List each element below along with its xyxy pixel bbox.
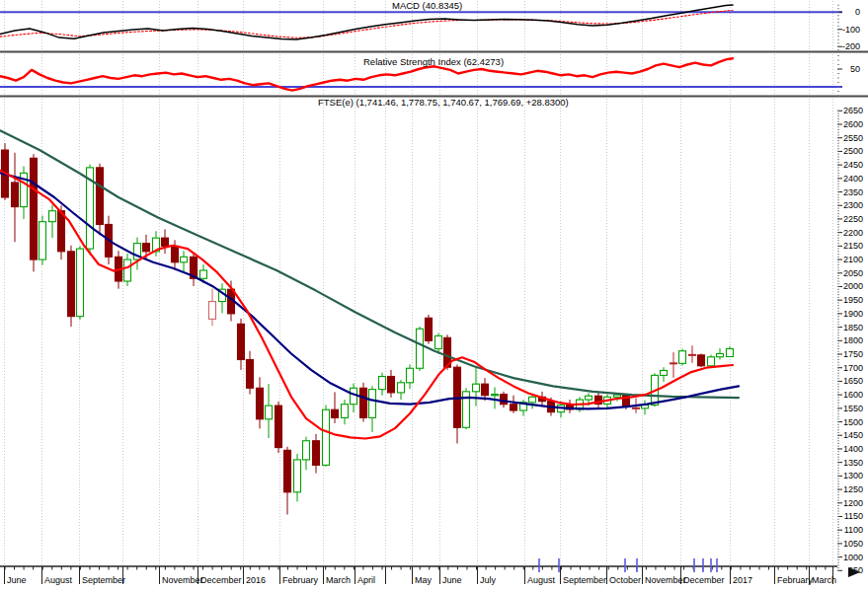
time-axis-label: August [527,575,556,585]
candle [351,388,357,404]
axis-label: 1800 [843,335,863,345]
axis-label: 2550 [843,133,863,143]
axis-label: 1000 [843,553,863,562]
axis-label: 1150 [844,511,863,521]
time-axis-label: November [645,575,686,585]
candle [238,324,245,359]
candle [49,211,56,222]
candle [717,353,724,356]
candle [181,257,188,261]
axis-label: 1300 [843,471,863,481]
axis-label: 1750 [843,349,863,359]
candle [31,158,38,259]
candle [266,406,273,419]
candle [360,388,367,417]
candle [97,168,104,225]
candle [209,302,216,320]
time-axis-label: December [200,575,242,585]
candle [247,359,254,388]
axis-label: 1250 [843,484,863,494]
time-axis-label: September [563,575,606,585]
candle [303,441,310,460]
candle [39,222,46,259]
candle [342,405,349,418]
candle [417,329,424,368]
macd-indicator-label[interactable]: MACD (40.8345) [392,1,462,11]
candle [58,211,65,252]
candle [388,376,395,392]
candle [276,406,282,447]
rsi-indicator-label[interactable]: Relative Strength Index (62.4273) [363,57,504,67]
axis-label: 2050 [843,268,863,278]
candle [614,395,621,397]
candle [482,384,489,396]
candle [492,395,499,396]
candle [435,335,442,348]
time-axis-label: August [44,575,73,585]
chart-canvas[interactable]: 2650260025502500245024002350230022502200… [0,0,868,592]
time-axis-label: July [480,575,497,585]
axis-label: 1950 [843,295,863,305]
candle [698,355,705,366]
axis-label: 2250 [843,214,863,224]
candle [511,405,517,410]
axis-label: 2100 [843,255,863,264]
candle [501,395,508,405]
candle [12,183,19,207]
chart-background [0,0,868,592]
time-axis-label: 2016 [246,575,266,585]
axis-label: 1400 [843,444,863,454]
time-axis-label: December [683,575,725,585]
axis-label: 1900 [843,309,863,319]
candle [727,349,734,357]
axis-label: 2500 [843,146,863,156]
time-axis-label: March [812,575,836,585]
candle [200,270,207,278]
time-axis-label: May [415,575,433,585]
axis-label: 2450 [843,160,863,170]
axis-label: 1600 [843,390,863,400]
candle [77,249,84,317]
candle [661,370,668,375]
candle [313,441,320,466]
time-axis-label: April [357,575,375,585]
time-axis-label: February [777,575,814,585]
axis-label: 1200 [843,498,863,508]
candle [398,383,405,393]
candle [323,409,330,465]
candle [708,357,715,366]
candle [68,252,75,317]
time-axis-label: June [442,575,462,585]
axis-label: 2400 [843,174,863,184]
axis-label: 2350 [843,187,863,197]
candle [332,409,339,417]
time-axis-label: 2017 [733,575,752,585]
axis-label: 1850 [843,323,863,333]
candle [369,390,376,418]
axis-label: -100 [842,25,860,35]
time-axis-label: September [82,575,125,585]
price-security-label[interactable]: FTSE(e) (1,741.46, 1,778.75, 1,740.67, 1… [318,98,569,108]
candle [407,368,414,383]
axis-label: 0 [855,7,860,17]
axis-label: 1050 [843,539,863,549]
candle [586,396,592,400]
candle [162,238,169,246]
axis-label: 50 [850,64,860,74]
axis-label: 2150 [843,241,863,251]
candle [294,460,301,492]
axis-label: 1650 [843,376,863,386]
axis-label: 2200 [843,228,863,238]
axis-label: 1350 [843,458,863,468]
candle [143,244,150,252]
axis-label: 1550 [843,404,863,413]
candle [257,388,264,419]
candle [284,450,291,491]
candle [426,318,433,340]
stock-chart-window: 2650260025502500245024002350230022502200… [0,0,868,592]
axis-label: 2600 [843,119,863,129]
axis-label: 1500 [843,417,863,427]
axis-label: 2300 [843,200,863,210]
time-axis-label: November [162,575,203,585]
time-axis-label: June [7,575,27,585]
